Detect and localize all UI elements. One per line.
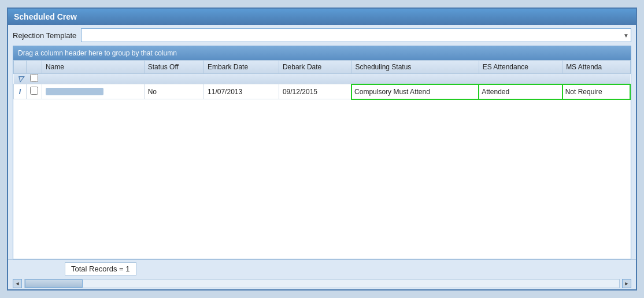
- filter-ms-attendance: [562, 74, 630, 84]
- col-status-off: Status Off: [144, 61, 203, 74]
- col-ms-attendance: MS Attenda: [562, 61, 630, 74]
- scroll-track[interactable]: [24, 279, 620, 288]
- title-bar: Scheduled Crew: [8, 9, 636, 25]
- scroll-thumb[interactable]: [25, 280, 83, 288]
- col-name: Name: [42, 61, 145, 74]
- group-header: Drag a column header here to group by th…: [13, 46, 631, 60]
- row-icon: I: [14, 84, 27, 99]
- scrollbar-row: ◄ ►: [8, 278, 636, 289]
- data-table: Name Status Off Embark Date Debark Date …: [13, 60, 631, 100]
- filter-row: ▽: [14, 74, 631, 84]
- filter-icon-cell: ▽: [14, 74, 27, 84]
- col-scheduling-status: Scheduling Status: [351, 61, 479, 74]
- scroll-right-icon: ►: [624, 281, 630, 286]
- filter-checkbox[interactable]: [30, 74, 38, 82]
- row-checkbox-cell: [27, 84, 42, 99]
- col-debark-date: Debark Date: [279, 61, 351, 74]
- window-title: Scheduled Crew: [14, 12, 77, 21]
- rejection-template-dropdown-wrapper: ▼: [81, 28, 631, 42]
- grid-table-wrapper: Name Status Off Embark Date Debark Date …: [13, 60, 631, 259]
- column-header-row: Name Status Off Embark Date Debark Date …: [14, 61, 631, 74]
- filter-checkbox-cell: [27, 74, 42, 84]
- grid-container: Drag a column header here to group by th…: [13, 46, 631, 259]
- rejection-template-label: Rejection Template: [13, 31, 76, 40]
- filter-icon: ▽: [17, 74, 23, 83]
- row-embark-date: 11/07/2013: [204, 84, 279, 99]
- total-records-box: Total Records = 1: [65, 262, 136, 275]
- col-es-attendance: ES Attendance: [479, 61, 562, 74]
- col-icon: [14, 61, 27, 74]
- row-scheduling-status: Compulsory Must Attend: [351, 84, 479, 99]
- col-embark-date: Embark Date: [204, 61, 279, 74]
- filter-es-attendance: [479, 74, 562, 84]
- table-row: I No 11/07/2013 09/12/2015 Compulsory Mu…: [14, 84, 631, 99]
- filter-scheduling-status: [351, 74, 479, 84]
- col-checkbox: [27, 61, 42, 74]
- filter-status-off: [144, 74, 203, 84]
- filter-embark-date: [204, 74, 279, 84]
- filter-debark-date: [279, 74, 351, 84]
- row-debark-date: 09/12/2015: [279, 84, 351, 99]
- blurred-name: [46, 88, 103, 95]
- scroll-right-button[interactable]: ►: [622, 279, 631, 288]
- row-name: [42, 84, 145, 99]
- row-es-attendance: Attended: [479, 84, 562, 99]
- row-ms-attendance: Not Require: [562, 84, 630, 99]
- row-status-off: No: [144, 84, 203, 99]
- scroll-left-icon: ◄: [15, 281, 20, 286]
- rejection-template-select[interactable]: [81, 28, 631, 42]
- filter-name: [42, 74, 145, 84]
- scroll-left-button[interactable]: ◄: [13, 279, 22, 288]
- scheduled-crew-window: Scheduled Crew Rejection Template ▼ Drag…: [7, 8, 637, 290]
- toolbar-row: Rejection Template ▼: [8, 25, 636, 46]
- row-checkbox[interactable]: [30, 87, 38, 95]
- status-footer: Total Records = 1: [8, 259, 636, 278]
